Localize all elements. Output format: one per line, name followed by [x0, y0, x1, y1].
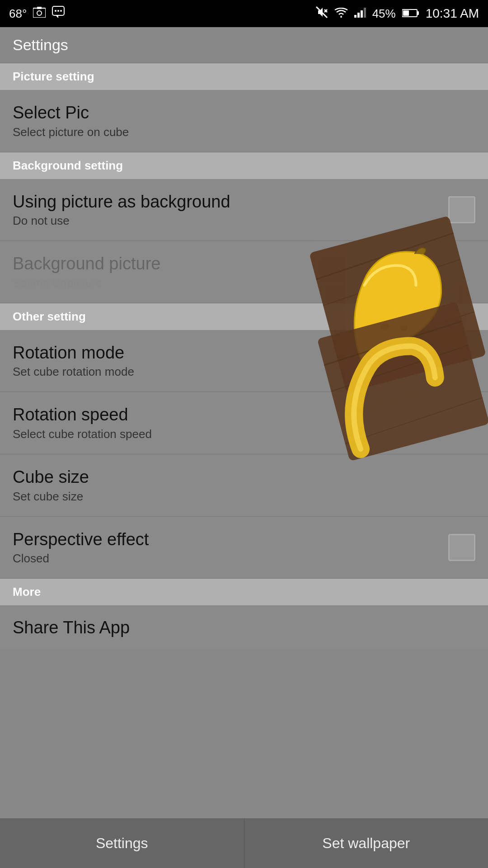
background-picture-text: Background picture Setting Bgpicture — [13, 254, 475, 290]
background-picture-title: Background picture — [13, 254, 475, 274]
settings-button[interactable]: Settings — [0, 818, 244, 868]
svg-rect-13 — [361, 10, 363, 18]
perspective-effect-subtitle: Closed — [13, 552, 439, 566]
rotation-speed-title: Rotation speed — [13, 405, 475, 425]
wifi-icon — [334, 7, 348, 21]
temperature: 68° — [9, 7, 27, 21]
status-time: 10:31 AM — [426, 6, 479, 21]
rotation-mode-row[interactable]: Rotation mode Set cube rotation mode — [0, 330, 488, 392]
battery-icon — [402, 7, 419, 21]
content: Picture setting Select Pic Select pictur… — [0, 63, 488, 700]
svg-rect-14 — [364, 8, 366, 18]
battery-percentage: 45% — [372, 7, 396, 21]
share-app-row[interactable]: Share This App — [0, 605, 488, 650]
background-picture-subtitle: Setting Bgpicture — [13, 276, 475, 290]
using-picture-title: Using picture as background — [13, 192, 439, 212]
bottom-bar: Settings Set wallpaper — [0, 818, 488, 868]
svg-rect-0 — [33, 8, 46, 18]
rotation-mode-text: Rotation mode Set cube rotation mode — [13, 343, 475, 379]
cube-size-text: Cube size Set cube size — [13, 467, 475, 504]
rotation-mode-subtitle: Set cube rotation mode — [13, 365, 475, 379]
svg-marker-4 — [56, 15, 58, 18]
perspective-effect-row[interactable]: Perspective effect Closed — [0, 517, 488, 579]
svg-rect-17 — [417, 11, 419, 15]
section-more: More — [0, 579, 488, 605]
status-bar: 68° — [0, 0, 488, 27]
set-wallpaper-button[interactable]: Set wallpaper — [244, 818, 488, 868]
svg-point-7 — [60, 10, 62, 12]
select-pic-subtitle: Select picture on cube — [13, 125, 475, 139]
section-background-setting-label: Background setting — [13, 159, 123, 172]
status-left: 68° — [9, 6, 65, 22]
mute-icon — [315, 6, 328, 22]
section-other-setting: Other setting — [0, 303, 488, 330]
svg-point-6 — [57, 10, 59, 12]
speech-icon — [52, 6, 65, 22]
select-pic-row[interactable]: Select Pic Select picture on cube — [0, 90, 488, 152]
app-bar: Settings — [0, 27, 488, 63]
select-pic-text: Select Pic Select picture on cube — [13, 103, 475, 139]
perspective-effect-checkbox[interactable] — [448, 534, 475, 561]
section-other-setting-label: Other setting — [13, 310, 86, 323]
share-app-title: Share This App — [13, 618, 475, 637]
signal-icon — [354, 7, 366, 21]
app-title: Settings — [13, 36, 68, 54]
using-picture-subtitle: Do not use — [13, 214, 439, 228]
section-picture-setting: Picture setting — [0, 63, 488, 90]
set-wallpaper-label: Set wallpaper — [322, 835, 410, 852]
select-pic-title: Select Pic — [13, 103, 475, 123]
section-background-setting: Background setting — [0, 152, 488, 179]
section-picture-setting-label: Picture setting — [13, 70, 94, 83]
cube-size-subtitle: Set cube size — [13, 490, 475, 504]
perspective-effect-text: Perspective effect Closed — [13, 529, 439, 566]
section-more-label: More — [13, 585, 41, 599]
using-picture-row[interactable]: Using picture as background Do not use — [0, 179, 488, 241]
rotation-speed-subtitle: Select cube rotation speed — [13, 427, 475, 441]
cube-size-row[interactable]: Cube size Set cube size — [0, 454, 488, 517]
using-picture-checkbox[interactable] — [448, 196, 475, 223]
cube-size-title: Cube size — [13, 467, 475, 488]
svg-point-1 — [37, 11, 42, 15]
settings-button-label: Settings — [96, 835, 148, 852]
rotation-mode-title: Rotation mode — [13, 343, 475, 363]
photo-icon — [33, 7, 46, 21]
svg-rect-2 — [37, 7, 42, 9]
using-picture-text: Using picture as background Do not use — [13, 192, 439, 228]
rotation-speed-text: Rotation speed Select cube rotation spee… — [13, 405, 475, 441]
status-right: 45% 10:31 AM — [315, 6, 479, 22]
svg-point-5 — [55, 10, 56, 12]
background-picture-row[interactable]: Background picture Setting Bgpicture — [0, 241, 488, 303]
svg-rect-16 — [403, 10, 409, 16]
svg-rect-12 — [357, 13, 360, 18]
rotation-speed-row[interactable]: Rotation speed Select cube rotation spee… — [0, 392, 488, 454]
perspective-effect-title: Perspective effect — [13, 529, 439, 550]
svg-rect-11 — [354, 15, 357, 18]
